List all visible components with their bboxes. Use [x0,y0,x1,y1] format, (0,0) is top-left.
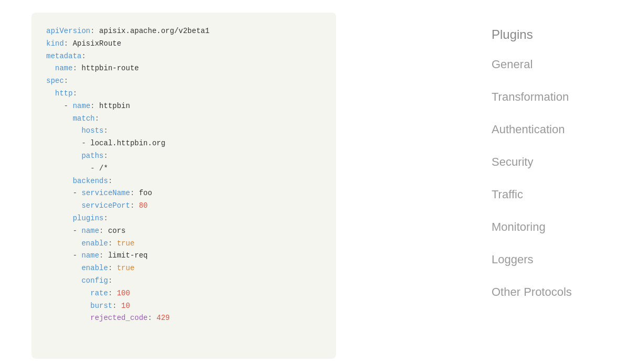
key-hosts: hosts [81,126,103,135]
code-line: kind: ApisixRoute [46,38,321,50]
code-panel: apiVersion: apisix.apache.org/v2beta1 ki… [32,13,336,359]
value-rejected-code: 429 [152,314,170,322]
sidebar-header: Plugins [479,23,594,48]
key-burst: burst [90,302,112,310]
value-enable-cors: true [112,239,134,248]
code-line: - name: limit-req [46,250,321,262]
value-kind: ApisixRoute [68,39,121,48]
key-metadata: metadata [46,52,81,60]
sidebar-item-general[interactable]: General [479,48,594,81]
value-servicePort: 80 [134,201,148,210]
code-line: burst: 10 [46,300,321,313]
code-line: match: [46,113,321,125]
code-line: paths: [46,150,321,163]
value-host: local.httpbin.org [90,139,165,147]
value-serviceName: foo [134,189,152,197]
value-name: httpbin-route [77,64,139,72]
key-name: name [55,64,73,72]
value-path: /* [99,164,108,173]
key-serviceName: serviceName [81,189,130,197]
value-enable-limit-req: true [112,264,134,272]
key-paths: paths [81,152,103,160]
code-line: - local.httpbin.org [46,137,321,150]
key-plugins: plugins [72,214,103,222]
sidebar-item-authentication[interactable]: Authentication [479,113,594,146]
key-rate: rate [90,289,108,297]
code-line: - name: httpbin [46,100,321,113]
code-line: backends: [46,175,321,188]
code-line: enable: true [46,238,321,250]
sidebar-item-loggers[interactable]: Loggers [479,243,594,276]
sidebar-item-traffic[interactable]: Traffic [479,178,594,211]
key-apiVersion: apiVersion [46,27,90,35]
code-line: http: [46,88,321,100]
value-burst: 10 [117,302,130,310]
key-enable-cors: enable [81,239,108,248]
code-line: - name: cors [46,225,321,238]
code-line: hosts: [46,125,321,137]
key-name-httpbin: name [72,102,90,110]
value-apiVersion: apisix.apache.org/v2beta1 [95,27,209,35]
value-name-httpbin: httpbin [95,102,130,110]
key-name-cors: name [81,227,99,235]
code-line: - serviceName: foo [46,187,321,200]
sidebar-item-transformation[interactable]: Transformation [479,81,594,113]
value-rate: 100 [112,289,130,297]
key-enable-limit-req: enable [81,264,108,272]
sidebar-item-security[interactable]: Security [479,146,594,178]
code-line: rejected_code: 429 [46,312,321,325]
code-line: servicePort: 80 [46,200,321,212]
code-line: apiVersion: apisix.apache.org/v2beta1 [46,25,321,38]
key-servicePort: servicePort [81,201,130,210]
key-http: http [55,89,73,98]
key-match: match [72,114,95,123]
code-line: enable: true [46,262,321,275]
value-name-limit-req: limit-req [103,251,148,260]
key-name-limit-req: name [81,251,99,260]
main-layout: apiVersion: apisix.apache.org/v2beta1 ki… [0,8,626,356]
code-line: metadata: [46,50,321,63]
value-name-cors: cors [103,227,126,235]
code-line: plugins: [46,212,321,225]
code-line: - /* [46,163,321,175]
key-kind: kind [46,39,64,48]
sidebar-item-monitoring[interactable]: Monitoring [479,211,594,243]
key-rejected-code: rejected_code [90,314,148,322]
sidebar-item-other-protocols[interactable]: Other Protocols [479,276,594,308]
key-spec: spec [46,77,64,85]
code-line: rate: 100 [46,287,321,300]
key-backends: backends [72,177,108,185]
code-line: config: [46,275,321,287]
code-line: spec: [46,75,321,88]
sidebar: Plugins General Transformation Authentic… [479,13,594,308]
key-config: config [81,276,108,285]
code-line: name: httpbin-route [46,62,321,75]
